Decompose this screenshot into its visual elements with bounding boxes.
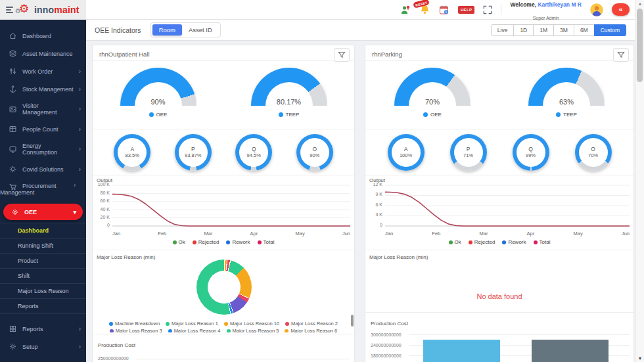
brand-zone: ⚙⚙ innomaint [0,0,86,20]
production-cost-section: Production Cost 250000000000 [93,334,354,362]
sidebar-item-reports[interactable]: Reports › [0,320,86,338]
sidebar-subitem-running-shift[interactable]: Running Shift [0,238,86,253]
brand-name: innomaint [34,5,80,15]
toolbar: OEE Indicators Room Asset ID Live 1D 1M … [86,20,635,41]
sidebar: Dashboard Asset Maintenance Work Order ›… [0,20,86,362]
gauge-label: OEE [156,112,168,118]
sidebar-item-stock-management[interactable]: Stock Management › [0,80,86,98]
sidebar-subitem-shift[interactable]: Shift [0,268,86,283]
layers-icon [9,49,17,58]
brand-gear-icon: ⚙⚙ [18,4,30,16]
sidebar-subitem-major-loss-reason[interactable]: Major Loss Reason [0,283,86,298]
home-icon [9,32,17,40]
view-toggle: Room Asset ID [150,22,221,37]
app-header: ⚙⚙ innomaint RESET HELP Welcome, Karthik… [0,0,635,20]
calendar-icon[interactable] [439,5,449,15]
sidebar-item-work-order[interactable]: Work Order › [0,62,86,80]
sidebar-item-covid-solutions[interactable]: Covid Solutions › [0,160,86,178]
chevron-right-icon: › [79,344,81,350]
sliders-icon [9,67,17,76]
panel-title: rhnOutpatient Hall [93,45,150,58]
time-range-group: Live 1D 1M 3M 6M Custom [492,24,626,36]
monitor-icon [9,145,17,154]
major-loss-section: Major Loss Reason (min) Machine Breakdow… [93,250,354,334]
scrollbar-thumb[interactable] [637,9,643,82]
panel-title: rhnParking [365,45,402,58]
filter-button[interactable] [613,48,629,62]
notifications-bell-icon[interactable]: RESET [419,4,430,15]
sidebar-subitem-product[interactable]: Product [0,253,86,268]
sidebar-item-visitor-management[interactable]: Visitor Management › [0,98,86,120]
major-loss-section: Major Loss Reason (min) No data found [365,250,633,313]
user-role: Super Admin [533,16,559,20]
fullscreen-icon[interactable] [483,5,492,14]
sidebar-item-support[interactable]: Support › [0,355,86,362]
chart-title: Major Loss Reason (min) [97,254,155,260]
user-location-icon[interactable] [400,5,411,15]
legend-dot [423,112,428,117]
teep-gauge: 80.17% TEEP [223,61,354,129]
menu-toggle-icon[interactable] [6,7,13,13]
chevron-right-icon: › [79,69,81,74]
output-legend: Ok Rejected Rework Total [365,239,633,245]
output-line-chart [385,183,630,229]
gauge-value: 70% [394,98,471,106]
production-bar [423,340,500,362]
production-cost-section: Production Cost 300000000000 24000000000… [365,313,633,362]
sidebar-item-dashboard[interactable]: Dashboard [0,27,86,45]
teep-gauge: 63% TEEP [499,61,633,129]
range-custom-button[interactable]: Custom [594,24,626,36]
legend-dot [556,112,561,117]
range-1m-button[interactable]: 1M [533,24,554,36]
output-chart-section: Output 100 K 80 K 60 K 40 K 20 K 0 JanFe… [93,175,354,250]
gauge-label: TEEP [286,112,300,118]
quality-ring: Q99% [513,134,549,171]
range-live-button[interactable]: Live [491,24,515,36]
scroll-down-arrow[interactable]: ▼ [635,356,644,361]
range-1d-button[interactable]: 1D [513,24,534,36]
toggle-room-button[interactable]: Room [152,24,182,35]
sidebar-item-setup[interactable]: Setup › [0,338,86,355]
loss-legend: Machine Breakdown Major Loss Reason 1 Ma… [93,320,354,332]
panel-scrollbar-thumb[interactable] [351,315,354,327]
sidebar-item-procurement-management[interactable]: Procurement Management › [0,178,86,200]
sidebar-item-asset-maintenance[interactable]: Asset Maintenance [0,45,86,62]
toggle-asset-id-button[interactable]: Asset ID [182,24,219,35]
avatar[interactable] [590,3,603,16]
oee-gauge: 90% OEE [93,61,223,129]
chevron-right-icon: › [79,87,81,92]
anchor-icon [9,85,17,93]
sidebar-item-energy-consumption[interactable]: Energy Consumption › [0,138,86,160]
funnel-icon [338,51,346,59]
gear-icon [9,342,17,351]
scroll-up-arrow[interactable]: ▲ [635,1,644,6]
chart-title: Production Cost [98,342,135,348]
chart-title: Production Cost [371,321,408,327]
oee-submenu: Dashboard Running Shift Product Shift Ma… [0,223,86,314]
page-scrollbar[interactable]: ▲ ▼ [635,0,644,362]
output-line [385,192,630,226]
chevron-right-icon: › [74,183,76,188]
range-3m-button[interactable]: 3M [553,24,574,36]
chevron-down-icon: ▾ [73,209,76,215]
sidebar-subitem-oee-reports[interactable]: Reports [0,298,86,314]
oee-ring: O70% [575,134,612,171]
sidebar-subitem-oee-dashboard[interactable]: Dashboard [0,223,86,238]
funnel-icon [617,51,625,59]
chevron-right-icon: › [79,327,81,332]
gauge-value: 80.17% [251,98,327,106]
range-6m-button[interactable]: 6M [574,24,595,36]
virus-icon [9,165,17,173]
sidebar-collapse-button[interactable]: « [612,3,630,16]
production-bar [532,340,609,362]
oee-gauge: 70% OEE [365,61,499,129]
welcome-text: Welcome, Karthikeyan M R Super Admin [510,0,582,23]
gauge-value: 63% [528,98,605,106]
performance-ring: P71% [450,134,487,171]
performance-ring: P93.87% [175,134,212,171]
sidebar-group-oee[interactable]: OEE ▾ [3,204,83,220]
filter-button[interactable] [334,48,350,62]
sidebar-item-people-count[interactable]: People Count › [0,120,86,138]
help-badge[interactable]: HELP [458,6,475,14]
gauge-value: 90% [120,98,196,106]
